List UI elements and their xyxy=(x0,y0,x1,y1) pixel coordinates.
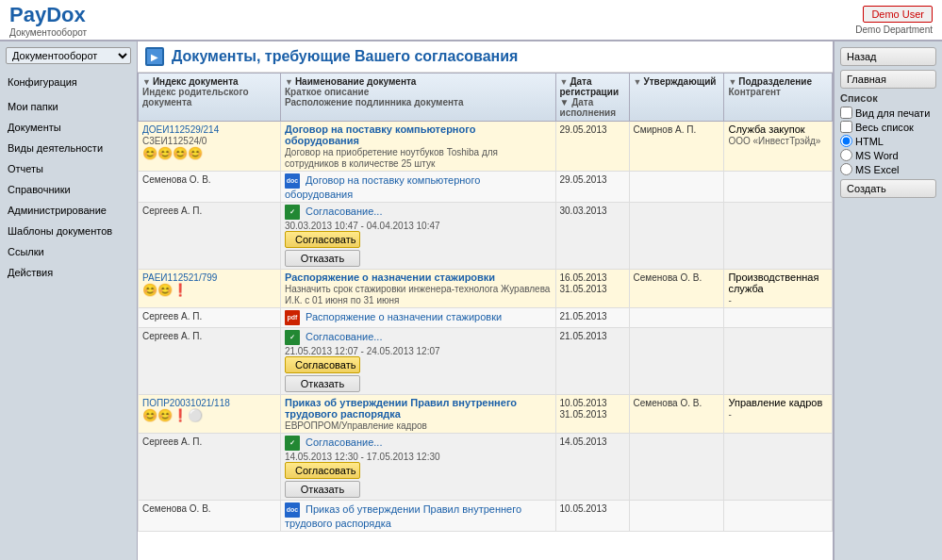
agree-icon: ✓ xyxy=(285,205,300,220)
html-radio[interactable] xyxy=(840,135,852,147)
sidebar-item-reports[interactable]: Отчеты xyxy=(0,158,137,179)
sub-date-cell: 21.05.2013 xyxy=(555,308,629,328)
agree-date-cell2: 21.05.2013 xyxy=(555,328,629,395)
sub-person-cell: Семенова О. В. xyxy=(139,172,281,203)
doc-type-icon: doc xyxy=(285,173,300,189)
empty-cell xyxy=(629,203,724,270)
agree-date-cell3: 14.05.2013 xyxy=(555,434,629,501)
print-view-checkbox[interactable] xyxy=(840,107,852,119)
msexcel-radio-row: MS Excel xyxy=(840,163,936,175)
doc-dept-cell: Управление кадров - xyxy=(724,395,833,434)
doc-date-cell: 10.05.2013 31.05.2013 xyxy=(555,395,629,434)
agree-icon2: ✓ xyxy=(285,330,300,345)
approve-button-1[interactable]: Согласовать xyxy=(285,231,360,248)
main-button[interactable]: Главная xyxy=(840,70,936,89)
doc-index-cell: ДОЕИ112529/214 С3ЕИ112524/0 😊😊😊😊 xyxy=(139,122,281,172)
agree-person-cell: Сергеев А. П. xyxy=(139,203,281,270)
doc-contractor2: - xyxy=(728,295,731,305)
all-list-checkbox[interactable] xyxy=(840,121,852,133)
sub-person-name3: Семенова О. В. xyxy=(142,503,211,514)
empty-cell xyxy=(629,308,724,328)
approve-button-2[interactable]: Согласовать xyxy=(285,356,360,373)
doc-dept-name3: Управление кадров xyxy=(728,397,822,408)
table-row: Сергеев А. П. ✓ Согласование... 21.05.20… xyxy=(139,328,833,395)
agree-doc-cell3: ✓ Согласование... 14.05.2013 12:30 - 17.… xyxy=(280,434,555,501)
html-label: HTML xyxy=(855,136,884,147)
all-list-row: Весь список xyxy=(840,121,936,133)
msexcel-radio[interactable] xyxy=(840,163,852,175)
agree-date-range: 30.03.2013 10:47 - 04.04.2013 10:47 xyxy=(285,221,440,231)
doc-name-cell: Распоряжение о назначении стажировки Наз… xyxy=(280,270,555,308)
agree-person-cell2: Сергеев А. П. xyxy=(139,328,281,395)
doc-approver-name3: Семенова О. В. xyxy=(634,398,702,408)
print-view-label: Вид для печати xyxy=(855,107,930,119)
doc-dept-cell: Производственная служба - xyxy=(724,270,833,308)
sidebar-item-activities[interactable]: Виды деятельности xyxy=(0,138,137,158)
all-list-label: Весь список xyxy=(855,122,914,133)
doc-dept-name: Служба закупок xyxy=(728,124,804,135)
doc-index-link2[interactable]: РАЕИ112521/799 xyxy=(142,272,217,283)
table-row: Сергеев А. П. ✓ Согласование... 14.05.20… xyxy=(139,434,833,501)
empty-cell2 xyxy=(724,203,833,270)
doc-name-link3[interactable]: Приказ об утверждении Правил внутреннего… xyxy=(285,397,517,420)
create-button[interactable]: Создать xyxy=(840,179,936,198)
msword-radio-row: MS Word xyxy=(840,149,936,161)
agree-doc-link[interactable]: Согласование... xyxy=(306,206,382,217)
doc-status-emojis3: 😊😊❗⚪ xyxy=(142,408,203,422)
page-title: Документы, требующие Вашего согласования xyxy=(172,48,518,65)
user-info: Demo User Demo Department xyxy=(855,6,933,35)
table-row: Семенова О. В. doc Приказ об утверждении… xyxy=(139,501,833,532)
empty-cell2 xyxy=(724,434,833,501)
empty-cell2 xyxy=(724,172,833,203)
doc-contractor: ООО «ИнвестТрэйд» xyxy=(728,136,820,146)
logo-subtitle: Документооборот xyxy=(9,27,87,38)
doc-reg-date3: 10.05.2013 xyxy=(560,398,607,408)
demo-user-button[interactable]: Demo User xyxy=(863,6,933,23)
sub-doc-link[interactable]: Договор на поставку компьютерного оборуд… xyxy=(285,174,480,200)
doc-exec-date2: 31.05.2013 xyxy=(560,284,607,294)
agree-date-range2: 21.05.2013 12:07 - 24.05.2013 12:07 xyxy=(285,346,440,356)
doc-date-cell: 29.05.2013 xyxy=(555,122,629,172)
sidebar-item-docs[interactable]: Документы xyxy=(0,117,137,138)
sub-doc-link3[interactable]: Приказ об утверждении Правил внутреннего… xyxy=(285,503,521,529)
module-select[interactable]: Документооборот xyxy=(6,47,131,64)
agree-person-cell3: Сергеев А. П. xyxy=(139,434,281,501)
sidebar-item-links[interactable]: Ссылки xyxy=(0,241,137,262)
doc-index-cell: ПОПР20031021/118 😊😊❗⚪ xyxy=(139,395,281,434)
doc-index-link[interactable]: ДОЕИ112529/214 xyxy=(142,124,219,135)
doc-description3: ЕВРОПРОМ/Управление кадров xyxy=(285,420,427,431)
approve-button-3[interactable]: Согласовать xyxy=(285,462,360,479)
sub-doc-link2[interactable]: Распоряжение о назначении стажировки xyxy=(306,311,502,322)
table-row: Сергеев А. П. pdf Распоряжение о назначе… xyxy=(139,308,833,328)
doc-exec-date3: 31.05.2013 xyxy=(560,409,607,420)
sidebar-item-templates[interactable]: Шаблоны документов xyxy=(0,221,137,241)
main-content: Документы, требующие Вашего согласования… xyxy=(137,41,834,560)
msword-radio[interactable] xyxy=(840,149,852,161)
agree-date-cell: 30.03.2013 xyxy=(555,203,629,270)
doc-approver-cell: Семенова О. В. xyxy=(629,395,724,434)
reject-button-1[interactable]: Отказать xyxy=(285,250,360,267)
reject-button-3[interactable]: Отказать xyxy=(285,481,360,498)
sidebar-item-config[interactable]: Конфигурация xyxy=(0,72,137,92)
list-section-title: Список xyxy=(840,92,936,104)
doc-index-link3[interactable]: ПОПР20031021/118 xyxy=(142,398,230,408)
doc-reg-date: 29.05.2013 xyxy=(560,124,607,135)
sidebar-item-refs[interactable]: Справочники xyxy=(0,179,137,200)
reject-button-2[interactable]: Отказать xyxy=(285,375,360,392)
sidebar-item-myfolders[interactable]: Мои папки xyxy=(0,96,137,117)
agree-doc-link3[interactable]: Согласование... xyxy=(306,436,382,448)
agree-doc-cell: ✓ Согласование... 30.03.2013 10:47 - 04.… xyxy=(280,203,555,270)
sidebar-item-actions[interactable]: Действия xyxy=(0,262,137,283)
empty-cell2 xyxy=(724,328,833,395)
agree-doc-link2[interactable]: Согласование... xyxy=(306,331,382,342)
col-header-date: ▼Дата регистрации ▼ Дата исполнения xyxy=(555,74,629,122)
back-button[interactable]: Назад xyxy=(840,47,936,66)
format-radio-group: HTML MS Word MS Excel xyxy=(840,135,936,175)
doc-name-link2[interactable]: Распоряжение о назначении стажировки xyxy=(285,272,495,283)
doc-name-link[interactable]: Договор на поставку компьютерного оборуд… xyxy=(285,124,475,146)
col-header-approver: ▼Утверждающий xyxy=(629,74,724,122)
sidebar-item-admin[interactable]: Администрирование xyxy=(0,200,137,221)
sub-date3: 10.05.2013 xyxy=(560,503,607,514)
agree-date: 30.03.2013 xyxy=(560,206,607,216)
table-row: Сергеев А. П. ✓ Согласование... 30.03.20… xyxy=(139,203,833,270)
